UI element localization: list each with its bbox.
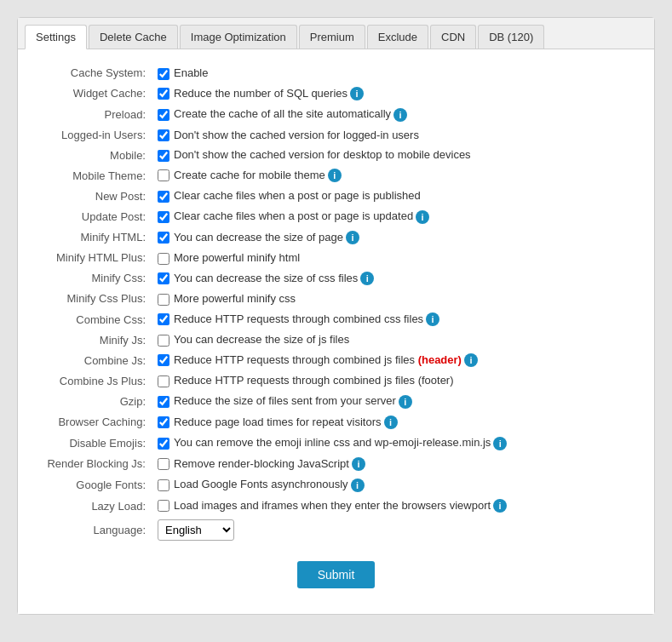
row-value-8: You can decrease the size of pagei [154,227,637,249]
row-value-9: More powerful minify html [154,248,637,268]
info-icon-19[interactable]: i [352,457,365,471]
checkbox-0[interactable] [158,68,169,80]
language-label: Language: [35,516,154,544]
settings-row-14: Combine Js:Reduce HTTP requests through … [35,350,637,371]
checkbox-3[interactable] [158,129,169,141]
info-icon-1[interactable]: i [350,87,364,100]
settings-row-20: Google Fonts:Load Google Fonts asynchron… [35,474,637,496]
checkbox-19[interactable] [158,458,169,470]
info-icon-10[interactable]: i [360,272,374,285]
tab-settings[interactable]: Settings [25,25,87,49]
checkbox-7[interactable] [158,211,169,223]
row-text-10: You can decrease the size of css files [174,272,358,284]
row-value-14: Reduce HTTP requests through combined js… [154,350,637,371]
info-icon-16[interactable]: i [399,395,412,409]
tabs-bar: SettingsDelete CacheImage OptimizationPr… [18,18,654,49]
info-icon-7[interactable]: i [416,210,429,224]
info-icon-8[interactable]: i [346,231,359,244]
settings-row-0: Cache System:Enable [35,63,637,83]
checkbox-17[interactable] [158,416,169,428]
tab-cdn[interactable]: CDN [430,25,476,49]
row-value-16: Reduce the size of files sent from your … [154,391,637,412]
checkbox-11[interactable] [158,294,169,306]
checkbox-4[interactable] [158,150,169,162]
checkbox-8[interactable] [158,232,169,244]
tab-image-optimization[interactable]: Image Optimization [180,25,297,49]
tab-delete-cache[interactable]: Delete Cache [89,25,178,49]
row-highlight-15: (footer) [418,374,454,387]
checkbox-1[interactable] [158,88,169,100]
info-icon-21[interactable]: i [493,499,507,513]
row-text-6: Clear cache files when a post or page is… [174,189,421,202]
settings-row-5: Mobile Theme:Create cache for mobile the… [35,165,637,186]
settings-row-8: Minify HTML:You can decrease the size of… [35,227,637,249]
row-value-12: Reduce HTTP requests through combined cs… [154,309,637,330]
checkbox-5[interactable] [158,169,169,181]
row-label-9: Minify HTML Plus: [35,248,154,268]
row-value-21: Load images and iframes when they enter … [154,496,637,517]
row-text-11: More powerful minify css [174,292,296,305]
row-text-16: Reduce the size of files sent from your … [174,394,396,407]
row-text-0: Enable [174,66,208,79]
checkbox-9[interactable] [158,253,169,265]
tab-db[interactable]: DB (120) [478,25,544,49]
row-label-12: Combine Css: [35,309,154,330]
row-value-20: Load Google Fonts asynchronouslyi [154,474,637,496]
checkbox-20[interactable] [158,479,169,491]
checkbox-14[interactable] [158,354,169,366]
row-value-2: Create the cache of all the site automat… [154,104,637,125]
checkbox-12[interactable] [158,313,169,325]
row-label-17: Browser Caching: [35,412,154,433]
checkbox-21[interactable] [158,500,169,512]
row-label-21: Lazy Load: [35,496,154,517]
row-text-13: You can decrease the size of js files [174,333,349,346]
row-value-13: You can decrease the size of js files [154,330,637,350]
row-label-2: Preload: [35,104,154,125]
tab-premium[interactable]: Premium [299,25,365,49]
settings-row-10: Minify Css:You can decrease the size of … [35,268,637,289]
info-icon-14[interactable]: i [464,353,478,367]
checkbox-18[interactable] [158,438,169,450]
checkbox-13[interactable] [158,335,169,347]
settings-row-13: Minify Js:You can decrease the size of j… [35,330,637,350]
info-icon-20[interactable]: i [351,479,365,492]
row-label-19: Render Blocking Js: [35,454,154,475]
row-label-14: Combine Js: [35,350,154,371]
checkbox-15[interactable] [158,375,169,387]
info-icon-18[interactable]: i [493,437,507,450]
row-text-20: Load Google Fonts asynchronously [174,478,348,490]
checkbox-6[interactable] [158,191,169,203]
row-value-11: More powerful minify css [154,289,637,309]
settings-row-2: Preload:Create the cache of all the site… [35,104,637,125]
settings-content: Cache System:EnableWidget Cache:Reduce t… [18,49,654,614]
info-icon-12[interactable]: i [426,312,439,326]
language-row: Language:EnglishFrenchGermanSpanish [35,516,637,544]
info-icon-2[interactable]: i [393,108,407,122]
row-value-15: Reduce HTTP requests through combined js… [154,370,637,391]
settings-row-18: Disable Emojis:You can remove the emoji … [35,433,637,454]
settings-table: Cache System:EnableWidget Cache:Reduce t… [35,63,637,544]
row-text-18: You can remove the emoji inline css and … [174,436,491,449]
settings-row-4: Mobile:Don't show the cached version for… [35,145,637,165]
tab-exclude[interactable]: Exclude [367,25,428,49]
row-value-3: Don't show the cached version for logged… [154,125,637,146]
row-text-19: Remove render-blocking JavaScript [174,457,349,470]
info-icon-17[interactable]: i [384,416,398,429]
checkbox-16[interactable] [158,396,169,408]
submit-button[interactable]: Submit [297,561,376,588]
settings-row-19: Render Blocking Js:Remove render-blockin… [35,454,637,475]
row-text-2: Create the cache of all the site automat… [174,107,391,120]
row-text-7: Clear cache files when a post or page is… [174,209,413,222]
language-select[interactable]: EnglishFrenchGermanSpanish [158,519,234,541]
row-label-10: Minify Css: [35,268,154,289]
row-text-5: Create cache for mobile theme [174,169,325,181]
checkbox-2[interactable] [158,109,169,121]
checkbox-10[interactable] [158,272,169,284]
row-label-0: Cache System: [35,63,154,83]
row-label-15: Combine Js Plus: [35,370,154,391]
row-text-12: Reduce HTTP requests through combined cs… [174,312,423,325]
row-value-7: Clear cache files when a post or page is… [154,206,637,227]
row-label-6: New Post: [35,186,154,206]
info-icon-5[interactable]: i [328,169,342,182]
row-label-20: Google Fonts: [35,474,154,496]
